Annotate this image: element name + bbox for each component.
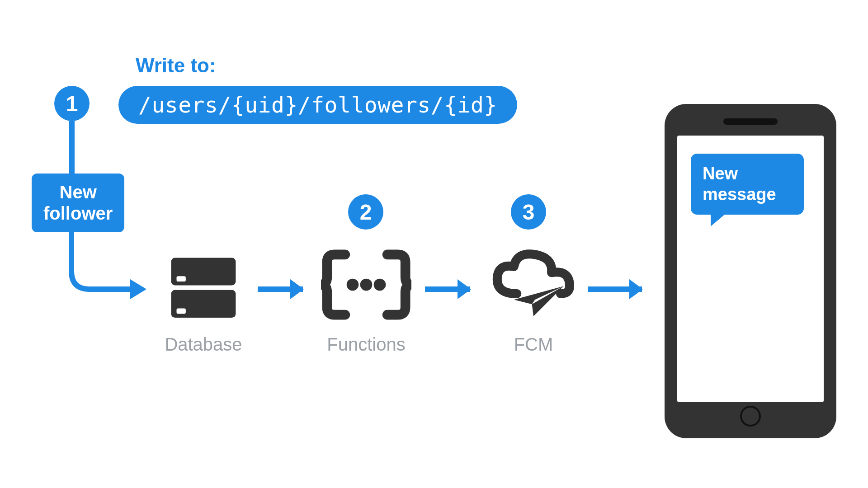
svg-point-5 [347,279,359,291]
functions-icon [321,244,411,325]
connector-trigger-to-database [45,221,149,307]
trigger-line1: New [60,182,97,202]
database-icon [163,249,244,325]
arrow-fcm-to-phone [588,286,642,292]
bubble-line2: message [703,185,776,204]
trigger-line2: follower [43,203,113,223]
arrow-db-to-functions [258,286,303,292]
phone-screen: New message [677,136,824,402]
svg-point-6 [360,279,373,291]
fcm-label: FCM [488,334,579,355]
svg-rect-4 [177,309,186,314]
functions-label: Functions [321,334,411,355]
svg-marker-0 [130,279,146,299]
svg-point-7 [374,279,386,291]
notification-bubble: New message [691,154,804,215]
phone-home-button-icon [740,406,761,427]
database-path-pill: /users/{uid}/followers/{id} [118,86,517,124]
phone-device: New message [665,104,836,438]
diagram-canvas: Write to: /users/{uid}/followers/{id} 1 … [0,0,868,488]
connector-step1-to-trigger [69,121,75,175]
arrow-functions-to-fcm [425,286,470,292]
bubble-tail-icon [711,211,729,226]
step-3-badge: 3 [511,194,546,230]
fcm-icon [488,244,579,325]
write-to-label: Write to: [136,54,216,77]
svg-rect-2 [177,276,186,282]
bubble-line1: New [703,164,738,183]
step-1-badge: 1 [54,86,90,121]
phone-frame: New message [669,108,832,434]
database-label: Database [158,334,249,355]
phone-speaker [723,118,778,125]
step-2-badge: 2 [348,194,383,230]
